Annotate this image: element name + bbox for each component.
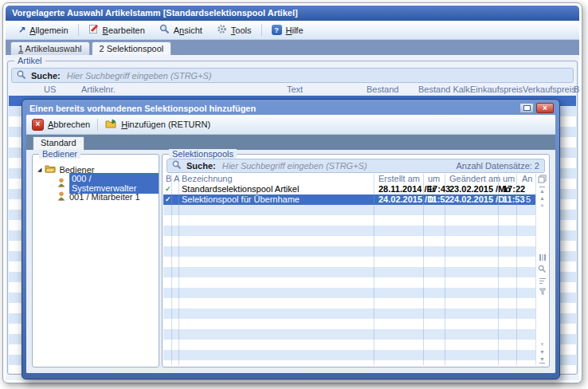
pools-search-label: Suche: bbox=[186, 161, 216, 171]
bediener-group: Bediener ◢ Bediener 000 / Systemverwalte… bbox=[32, 154, 159, 367]
close-icon: × bbox=[543, 104, 547, 112]
goto-first-icon[interactable]: ▲ bbox=[539, 187, 545, 194]
arrow-up-right-icon: ↗ bbox=[18, 25, 25, 35]
zoom-icon[interactable] bbox=[538, 265, 547, 275]
column-header-einkaufspreis[interactable]: Einkaufspreis bbox=[470, 84, 523, 94]
cell-geaendert-am: 23.02.2015 /Mo bbox=[449, 184, 511, 194]
column-divider bbox=[178, 174, 179, 365]
tree-node-mitarbeiter1[interactable]: 001 / Mitarbeiter 1 bbox=[33, 190, 159, 203]
artikel-search-bar[interactable]: Suche: bbox=[11, 68, 574, 83]
column-divider bbox=[423, 174, 424, 365]
menu-ansicht[interactable]: Ansicht bbox=[153, 22, 209, 37]
column-header-text[interactable]: Text bbox=[287, 84, 303, 94]
column-header-verkaufspreis[interactable]: Verkaufspreis bbox=[523, 84, 576, 94]
menu-separator bbox=[261, 24, 262, 36]
column-divider bbox=[445, 174, 445, 365]
abbrechen-button[interactable]: × Abbrechen bbox=[32, 119, 90, 131]
main-tab-strip: 1 Artikelauswahl 2 Selektionspool bbox=[6, 40, 579, 56]
cancel-x-icon: × bbox=[32, 119, 44, 131]
menu-tools[interactable]: Tools bbox=[210, 22, 258, 37]
tab-standard[interactable]: Standard bbox=[33, 136, 84, 150]
artikel-group-label: Artikel bbox=[14, 56, 45, 65]
menu-tools-label: Tools bbox=[231, 26, 252, 35]
pools-search-bar[interactable]: Suche: Anzahl Datensätze: 2 bbox=[167, 159, 545, 173]
cell-erstellt-um: 17:43 bbox=[428, 184, 450, 194]
check-icon: ✓ bbox=[165, 194, 171, 205]
pools-table-header: B A Bezeichnung Erstellt am um Geändert … bbox=[163, 174, 535, 184]
step-up-icon[interactable]: ▲ bbox=[540, 202, 545, 208]
col-erstellt-um[interactable]: um bbox=[428, 174, 440, 183]
col-erstellt-am[interactable]: Erstellt am bbox=[378, 174, 420, 183]
dialog-title-bar[interactable]: Einen bereits vorhandenen Selektionspool… bbox=[26, 101, 555, 115]
abbrechen-label: Abbrechen bbox=[48, 120, 90, 129]
tree-node-systemverwalter[interactable]: 000 / Systemverwalter bbox=[33, 176, 159, 190]
tab-selektionspool[interactable]: 2 Selektionspool bbox=[92, 41, 172, 56]
tree-expander-icon[interactable]: ◢ bbox=[37, 167, 41, 173]
cell-geaendert-um: 17:22 bbox=[503, 184, 525, 194]
column-header-us[interactable]: US bbox=[44, 84, 56, 94]
cell-erstellt-um: 11:52 bbox=[428, 194, 450, 205]
search-icon bbox=[172, 160, 182, 171]
tree-node-mitarbeiter1-label: 001 / Mitarbeiter 1 bbox=[69, 192, 140, 202]
column-divider bbox=[516, 174, 517, 365]
close-button[interactable]: × bbox=[536, 103, 554, 113]
hinzufuegen-button[interactable]: Hinzufügen (RETURN) bbox=[105, 119, 210, 131]
pools-search-input[interactable] bbox=[221, 160, 452, 171]
dialog-toolbar: × Abbrechen Hinzufügen (RETURN) bbox=[26, 115, 555, 135]
column-divider bbox=[171, 174, 172, 365]
cell-erstellt-am: 28.11.2014 /Fr bbox=[378, 184, 436, 194]
col-geaendert-am[interactable]: Geändert am bbox=[449, 174, 500, 183]
column-header-b[interactable]: B bbox=[574, 84, 579, 94]
columns-icon[interactable] bbox=[539, 253, 547, 263]
user-icon bbox=[57, 191, 66, 202]
selektionspools-group: Selektionspools Suche: Anzahl Datensätze… bbox=[162, 154, 550, 367]
scroll-up-icon[interactable]: ▲ bbox=[539, 195, 545, 201]
column-header-artikelnr[interactable]: Artikelnr. bbox=[81, 84, 116, 94]
col-an[interactable]: An bbox=[522, 174, 532, 183]
menu-bearbeiten[interactable]: Bearbeiten bbox=[82, 22, 151, 37]
selektionspools-group-label: Selektionspools bbox=[169, 149, 237, 159]
window-title: Vorgelagerte Auswahl Artikelstamm [Stand… bbox=[6, 6, 579, 21]
folder-icon bbox=[45, 164, 56, 175]
column-header-bestand[interactable]: Bestand bbox=[367, 84, 398, 94]
table-nav-strip: ▲ ▲ ▲ bbox=[535, 174, 548, 365]
menu-hilfe[interactable]: ? Hilfe bbox=[265, 23, 310, 37]
menu-ansicht-label: Ansicht bbox=[174, 26, 202, 35]
dialog-title: Einen bereits vorhandenen Selektionspool… bbox=[29, 104, 517, 113]
scroll-down-icon[interactable]: ▼ bbox=[539, 349, 545, 355]
column-chooser-icon[interactable] bbox=[538, 175, 547, 185]
goto-last-icon[interactable]: ▼ bbox=[539, 356, 545, 363]
pool-row-uebernahme-selected[interactable]: ✓ Selektionspool für Übernhame 24.02.201… bbox=[163, 194, 535, 205]
step-down-icon[interactable]: ▼ bbox=[540, 342, 545, 348]
menu-allgemein-label: Allgemein bbox=[29, 26, 68, 35]
app-window: Vorgelagerte Auswahl Artikelstamm [Stand… bbox=[2, 2, 582, 383]
cell-bezeichnung: Standardselektionspool Artikel bbox=[182, 184, 299, 194]
col-geaendert-um[interactable]: um bbox=[503, 174, 515, 183]
add-folder-icon bbox=[105, 119, 117, 131]
dialog-tab-strip: Standard bbox=[26, 135, 555, 150]
menu-bar: ↗ Allgemein Bearbeiten Ansicht Tools bbox=[6, 21, 579, 40]
bediener-group-label: Bediener bbox=[39, 149, 80, 159]
check-icon: ✓ bbox=[165, 184, 171, 194]
column-header-bestand-kalk[interactable]: Bestand Kalk. bbox=[418, 84, 472, 94]
bediener-tree: ◢ Bediener 000 / Systemverwalter bbox=[33, 155, 159, 203]
artikel-search-input[interactable] bbox=[65, 70, 568, 81]
hinzufuegen-label: Hinzufügen (RETURN) bbox=[121, 120, 210, 129]
toolbar-separator bbox=[97, 119, 98, 131]
artikel-table-header: US Artikelnr. Text Bestand Bestand Kalk.… bbox=[9, 84, 576, 96]
magnifier-icon bbox=[159, 24, 170, 36]
column-divider bbox=[498, 174, 499, 365]
filter-icon[interactable] bbox=[539, 288, 547, 297]
pool-row-standardselektionspool[interactable]: ✓ Standardselektionspool Artikel 28.11.2… bbox=[163, 184, 535, 194]
add-selektionspool-dialog: Einen bereits vorhandenen Selektionspool… bbox=[22, 99, 560, 379]
sort-icon[interactable] bbox=[539, 277, 547, 286]
search-icon bbox=[17, 70, 26, 81]
help-icon: ? bbox=[272, 25, 282, 35]
menu-hilfe-label: Hilfe bbox=[286, 26, 304, 35]
restore-button[interactable] bbox=[519, 103, 534, 113]
dialog-content: Bediener ◢ Bediener 000 / Systemverwalte… bbox=[26, 150, 555, 373]
menu-allgemein[interactable]: ↗ Allgemein bbox=[12, 23, 75, 37]
tab-artikelauswahl[interactable]: 1 Artikelauswahl bbox=[10, 41, 90, 56]
artikel-search-label: Suche: bbox=[31, 71, 61, 81]
col-bezeichnung[interactable]: Bezeichnung bbox=[182, 174, 233, 183]
